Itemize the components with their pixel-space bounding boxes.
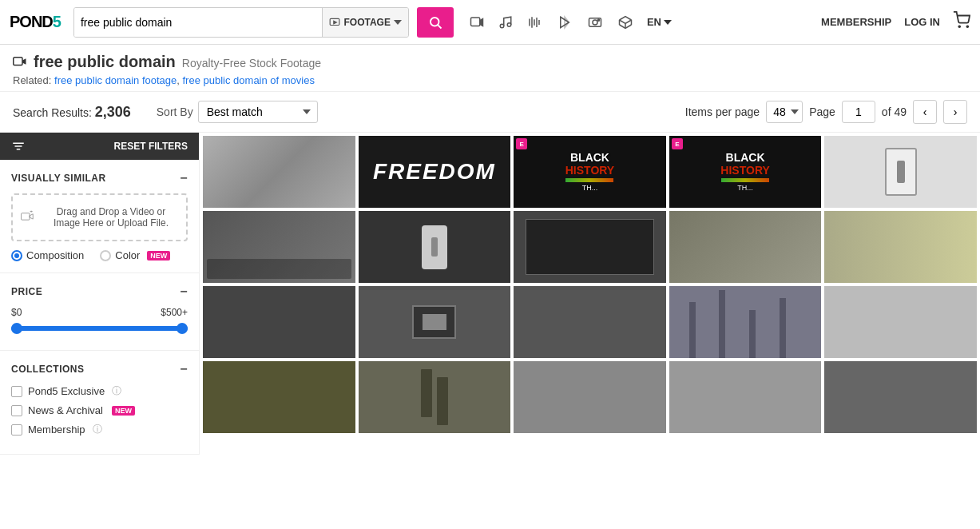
search-button[interactable] <box>417 7 454 38</box>
photo-nav-icon[interactable] <box>586 15 604 30</box>
thumbnail-2[interactable]: FREEDOM <box>359 136 511 208</box>
sort-select[interactable]: Best match Most recent Most popular Pric… <box>198 101 318 123</box>
news-archival-new-badge: NEW <box>112 406 135 416</box>
thumbnail-10[interactable] <box>824 211 977 283</box>
thumbnail-6[interactable] <box>203 211 355 283</box>
editorial-badge-4: E <box>672 138 683 149</box>
news-archival-checkbox[interactable]: News & Archival NEW <box>11 404 188 416</box>
prev-page-button[interactable]: ‹ <box>913 100 937 124</box>
page-input[interactable] <box>842 101 875 123</box>
thumbnail-17[interactable] <box>359 361 511 433</box>
logo[interactable]: POND5 <box>10 13 61 31</box>
related-link-2[interactable]: free public domain of movies <box>183 74 315 86</box>
video-title-icon <box>13 56 27 67</box>
color-new-badge: NEW <box>147 251 170 261</box>
visually-similar-collapse[interactable]: − <box>180 171 188 185</box>
collections-title: COLLECTIONS − <box>11 362 188 376</box>
header-right: MEMBERSHIP LOG IN <box>821 11 970 33</box>
related-links: Related: free public domain footage, fre… <box>13 74 967 86</box>
pond5-exclusive-box <box>11 386 22 397</box>
price-section: PRICE − $0 $500+ <box>0 273 199 351</box>
thumbnail-9[interactable] <box>669 211 822 283</box>
search-icon <box>428 15 442 30</box>
results-header: free public domain Royalty-Free Stock Fo… <box>0 45 980 92</box>
svg-marker-1 <box>334 21 337 24</box>
thumbnail-13[interactable] <box>514 286 666 358</box>
composition-radio[interactable]: Composition <box>11 249 84 261</box>
membership-help-icon[interactable]: ⓘ <box>93 423 102 436</box>
collections-section: COLLECTIONS − Pond5 Exclusive ⓘ News & A… <box>0 351 199 455</box>
svg-line-3 <box>438 25 441 28</box>
results-grid: FREEDOM E BLACK HISTORY TH... E BLACK HI… <box>200 133 980 455</box>
lang-dropdown-icon <box>664 20 672 25</box>
thumbnail-3[interactable]: E BLACK HISTORY TH... <box>514 136 666 208</box>
search-bar: FOOTAGE <box>73 7 409 38</box>
pond5-exclusive-help-icon[interactable]: ⓘ <box>112 384 121 398</box>
music-nav-icon[interactable] <box>498 15 513 30</box>
svg-point-20 <box>958 26 960 27</box>
video-nav-icon[interactable] <box>468 15 486 30</box>
filter-icon <box>11 141 26 152</box>
membership-button[interactable]: MEMBERSHIP <box>821 16 891 28</box>
price-title: PRICE − <box>11 284 188 299</box>
content-area: RESET FILTERS VISUALLY SIMILAR − Drag an… <box>0 133 980 455</box>
pagination-section: Items per page 48 24 72 Page of 49 ‹ › <box>685 100 967 124</box>
dropdown-icon <box>394 20 402 25</box>
visually-similar-title: VISUALLY SIMILAR − <box>11 171 188 185</box>
nav-icons <box>468 15 634 30</box>
search-controls: Search Results: 2,306 Sort By Best match… <box>0 92 980 133</box>
membership-checkbox[interactable]: Membership ⓘ <box>11 423 188 436</box>
thumbnail-12[interactable] <box>359 286 511 358</box>
sidebar: RESET FILTERS VISUALLY SIMILAR − Drag an… <box>0 133 200 455</box>
svg-marker-5 <box>480 18 483 26</box>
thumbnail-8[interactable] <box>514 211 666 283</box>
search-count: Search Results: 2,306 <box>13 104 131 121</box>
radio-group: Composition Color NEW <box>11 249 188 261</box>
per-page-select[interactable]: 48 24 72 <box>766 101 803 123</box>
editorial-badge-3: E <box>516 138 527 149</box>
thumbnail-19[interactable] <box>669 361 822 433</box>
membership-box <box>11 424 22 436</box>
thumbnail-20[interactable] <box>824 361 977 433</box>
thumbnail-14[interactable] <box>669 286 822 358</box>
upload-area[interactable]: Drag and Drop a Video or Image Here or U… <box>11 193 188 241</box>
thumbnail-5[interactable] <box>824 136 977 208</box>
sort-section: Sort By Best match Most recent Most popu… <box>157 101 318 123</box>
collections-collapse[interactable]: − <box>180 362 188 376</box>
related-link-1[interactable]: free public domain footage <box>54 74 177 86</box>
motion-nav-icon[interactable] <box>556 15 573 30</box>
thumbnail-16[interactable] <box>203 361 355 433</box>
sort-label: Sort By <box>157 105 193 118</box>
price-range-slider[interactable] <box>11 326 188 331</box>
svg-rect-22 <box>14 58 22 66</box>
price-collapse[interactable]: − <box>180 284 188 299</box>
svg-marker-14 <box>565 17 569 28</box>
news-archival-box <box>11 405 22 416</box>
svg-point-7 <box>507 22 511 26</box>
results-title: free public domain Royalty-Free Stock Fo… <box>13 53 967 71</box>
pond5-exclusive-checkbox[interactable]: Pond5 Exclusive ⓘ <box>11 384 188 398</box>
thumbnail-1[interactable] <box>203 136 355 208</box>
search-input[interactable] <box>74 8 323 37</box>
thumbnail-11[interactable] <box>203 286 355 358</box>
visually-similar-section: VISUALLY SIMILAR − Drag and Drop a Video… <box>0 160 199 273</box>
login-button[interactable]: LOG IN <box>904 16 940 28</box>
reset-filters-button[interactable]: RESET FILTERS <box>114 141 188 152</box>
language-button[interactable]: EN <box>647 16 672 28</box>
svg-rect-4 <box>470 18 479 26</box>
sound-nav-icon[interactable] <box>526 15 543 30</box>
color-radio-dot <box>100 250 111 261</box>
range-handle-min[interactable] <box>11 323 22 334</box>
thumbnail-15[interactable] <box>824 286 977 358</box>
3d-nav-icon[interactable] <box>617 15 634 30</box>
next-page-button[interactable]: › <box>943 100 967 124</box>
thumbnail-4[interactable]: E BLACK HISTORY TH... <box>669 136 822 208</box>
cart-icon[interactable] <box>953 11 970 33</box>
search-type-button[interactable]: FOOTAGE <box>322 8 407 37</box>
thumbnail-18[interactable] <box>514 361 666 433</box>
thumbnail-7[interactable] <box>359 211 511 283</box>
freedom-text: FREEDOM <box>373 159 496 185</box>
results-subtitle: Royalty-Free Stock Footage <box>182 57 321 70</box>
color-radio[interactable]: Color NEW <box>100 249 170 261</box>
range-handle-max[interactable] <box>177 323 188 334</box>
